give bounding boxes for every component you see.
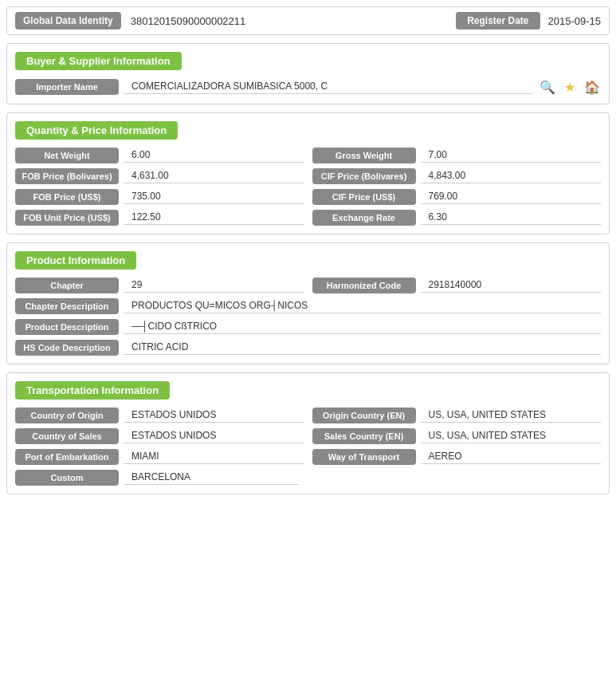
buyer-supplier-section: Buyer & Supplier Information Importer Na… xyxy=(6,43,610,104)
fob-usd-value: 735.00 xyxy=(124,191,304,204)
origin-en-label: Origin Country (EN) xyxy=(312,408,416,423)
chapter-pair: Chapter 29 xyxy=(15,278,304,293)
global-identity-bar: Global Data Identity 3801201509000000221… xyxy=(6,6,610,35)
sales-en-label: Sales Country (EN) xyxy=(312,428,416,444)
hs-code-row: HS Code Description CITRIC ACID xyxy=(15,340,601,356)
chapter-desc-value: PRODUCTOS QU=MICOS ORG┤NICOS xyxy=(124,300,601,313)
register-date-value: 2015-09-15 xyxy=(548,15,602,27)
gross-weight-pair: Gross Weight 7.00 xyxy=(312,148,602,163)
exchange-rate-value: 6.30 xyxy=(421,211,602,225)
country-sales-pair: Country of Sales ESTADOS UNIDOS xyxy=(15,428,304,444)
way-transport-label: Way of Transport xyxy=(312,449,416,465)
cif-bolivares-pair: CIF Price (Bolivares) 4,843.00 xyxy=(312,168,602,184)
chapter-label: Chapter xyxy=(15,278,119,293)
harmonized-pair: Harmonized Code 2918140000 xyxy=(312,278,602,293)
way-transport-value: AEREO xyxy=(421,451,602,464)
qp-row-1: Net Weight 6.00 Gross Weight 7.00 xyxy=(15,148,601,163)
net-weight-label: Net Weight xyxy=(15,148,119,163)
qp-row-2: FOB Price (Bolivares) 4,631.00 CIF Price… xyxy=(15,168,601,184)
product-desc-row: Product Description —┤CIDO CßTRICO xyxy=(15,319,601,335)
harmonized-code-label: Harmonized Code xyxy=(312,278,416,293)
transportation-section: Transportation Information Country of Or… xyxy=(6,372,610,494)
custom-row: Custom BARCELONA xyxy=(15,470,601,486)
importer-row: Importer Name COMERCIALIZADORA SUMIBASIC… xyxy=(15,78,601,96)
net-weight-pair: Net Weight 6.00 xyxy=(15,148,304,163)
way-transport-pair: Way of Transport AEREO xyxy=(312,449,602,465)
product-section: Product Information Chapter 29 Harmonize… xyxy=(6,242,610,364)
country-sales-label: Country of Sales xyxy=(15,428,119,444)
custom-label: Custom xyxy=(15,470,119,486)
hs-code-label: HS Code Description xyxy=(15,340,119,356)
chapter-value: 29 xyxy=(124,279,304,293)
origin-en-pair: Origin Country (EN) US, USA, UNITED STAT… xyxy=(312,408,602,423)
country-origin-value: ESTADOS UNIDOS xyxy=(124,409,304,423)
quantity-price-section: Quantity & Price Information Net Weight … xyxy=(6,112,610,234)
harmonized-code-value: 2918140000 xyxy=(421,279,602,293)
fob-unit-value: 122.50 xyxy=(124,211,304,225)
sales-en-value: US, USA, UNITED STATES xyxy=(421,430,602,443)
chapter-desc-row: Chapter Description PRODUCTOS QU=MICOS O… xyxy=(15,298,601,314)
country-sales-value: ESTADOS UNIDOS xyxy=(124,430,304,443)
country-origin-label: Country of Origin xyxy=(15,408,119,423)
transport-row-3: Port of Embarkation MIAMI Way of Transpo… xyxy=(15,449,601,465)
product-desc-value: —┤CIDO CßTRICO xyxy=(124,321,601,334)
port-embarkation-value: MIAMI xyxy=(124,451,304,464)
transport-row-2: Country of Sales ESTADOS UNIDOS Sales Co… xyxy=(15,428,601,444)
star-icon[interactable]: ★ xyxy=(561,78,579,96)
qp-row-4: FOB Unit Price (US$) 122.50 Exchange Rat… xyxy=(15,210,601,226)
fob-unit-label: FOB Unit Price (US$) xyxy=(15,210,119,226)
port-embarkation-pair: Port of Embarkation MIAMI xyxy=(15,449,304,465)
fob-bolivares-label: FOB Price (Bolivares) xyxy=(15,168,119,184)
chapter-desc-label: Chapter Description xyxy=(15,298,119,314)
buyer-supplier-title: Buyer & Supplier Information xyxy=(15,52,182,70)
quantity-price-title: Quantity & Price Information xyxy=(15,121,178,140)
importer-name-value: COMERCIALIZADORA SUMIBASICA 5000, C xyxy=(124,81,532,94)
cif-usd-label: CIF Price (US$) xyxy=(312,189,416,205)
gross-weight-value: 7.00 xyxy=(421,149,602,163)
cif-bolivares-label: CIF Price (Bolivares) xyxy=(312,168,416,184)
home-icon[interactable]: 🏠 xyxy=(583,78,601,96)
cif-usd-value: 769.00 xyxy=(421,191,602,204)
fob-usd-label: FOB Price (US$) xyxy=(15,189,119,205)
port-embarkation-label: Port of Embarkation xyxy=(15,449,119,465)
register-date-label: Register Date xyxy=(456,12,539,30)
search-icon[interactable]: 🔍 xyxy=(539,78,556,96)
exchange-rate-label: Exchange Rate xyxy=(312,210,416,226)
transport-row-1: Country of Origin ESTADOS UNIDOS Origin … xyxy=(15,408,601,423)
importer-icons: 🔍 ★ 🏠 xyxy=(539,78,601,96)
fob-usd-pair: FOB Price (US$) 735.00 xyxy=(15,189,304,205)
custom-value: BARCELONA xyxy=(124,471,299,485)
importer-name-label: Importer Name xyxy=(15,79,119,95)
hs-code-value: CITRIC ACID xyxy=(124,341,601,355)
global-identity-label: Global Data Identity xyxy=(15,12,121,30)
global-identity-value: 38012015090000002211 xyxy=(121,15,456,27)
fob-unit-pair: FOB Unit Price (US$) 122.50 xyxy=(15,210,304,226)
sales-en-pair: Sales Country (EN) US, USA, UNITED STATE… xyxy=(312,428,602,444)
cif-usd-pair: CIF Price (US$) 769.00 xyxy=(312,189,602,205)
origin-en-value: US, USA, UNITED STATES xyxy=(421,409,602,423)
country-origin-pair: Country of Origin ESTADOS UNIDOS xyxy=(15,408,304,423)
exchange-rate-pair: Exchange Rate 6.30 xyxy=(312,210,602,226)
fob-bolivares-pair: FOB Price (Bolivares) 4,631.00 xyxy=(15,168,304,184)
net-weight-value: 6.00 xyxy=(124,149,304,163)
fob-bolivares-value: 4,631.00 xyxy=(124,170,304,183)
gross-weight-label: Gross Weight xyxy=(312,148,416,163)
page: Global Data Identity 3801201509000000221… xyxy=(0,0,616,509)
transportation-title: Transportation Information xyxy=(15,381,170,400)
qp-row-3: FOB Price (US$) 735.00 CIF Price (US$) 7… xyxy=(15,189,601,205)
product-row-1: Chapter 29 Harmonized Code 2918140000 xyxy=(15,278,601,293)
product-title: Product Information xyxy=(15,251,136,270)
product-desc-label: Product Description xyxy=(15,319,119,335)
cif-bolivares-value: 4,843.00 xyxy=(421,170,602,183)
